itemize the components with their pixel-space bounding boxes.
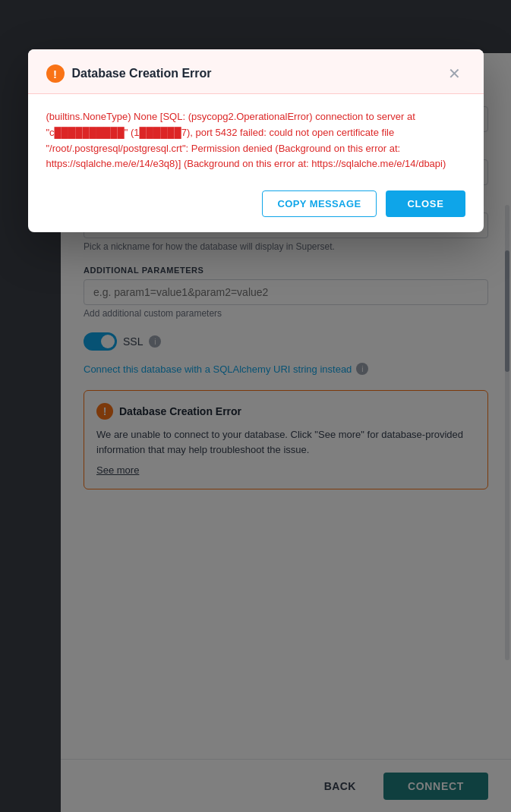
modal-overlay: ! Database Creation Error ✕ (builtins.No… xyxy=(0,0,511,812)
modal-close-button[interactable]: ✕ xyxy=(443,65,465,83)
modal-title: Database Creation Error xyxy=(72,67,436,80)
copy-message-button[interactable]: COPY MESSAGE xyxy=(262,190,377,217)
close-modal-button[interactable]: CLOSE xyxy=(386,190,465,217)
error-modal: ! Database Creation Error ✕ (builtins.No… xyxy=(28,49,484,232)
modal-body: (builtins.NoneType) None [SQL: (psycopg2… xyxy=(28,94,484,190)
modal-footer: COPY MESSAGE CLOSE xyxy=(28,190,484,232)
modal-error-icon: ! xyxy=(46,65,65,83)
modal-header: ! Database Creation Error ✕ xyxy=(28,49,484,94)
modal-error-text: (builtins.NoneType) None [SQL: (psycopg2… xyxy=(46,109,465,172)
